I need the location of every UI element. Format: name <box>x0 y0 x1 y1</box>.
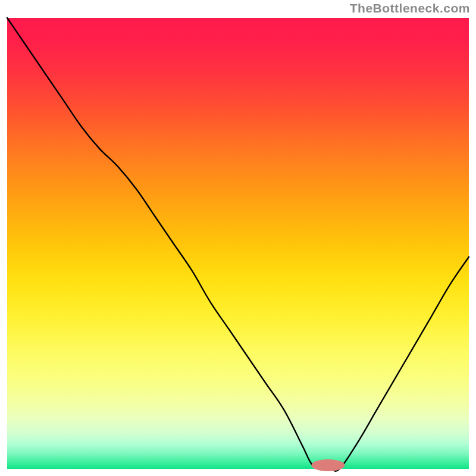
gradient-background <box>7 18 469 469</box>
bottleneck-plot <box>0 0 476 476</box>
optimal-marker <box>311 459 345 471</box>
chart-stage: TheBottleneck.com <box>0 0 476 476</box>
